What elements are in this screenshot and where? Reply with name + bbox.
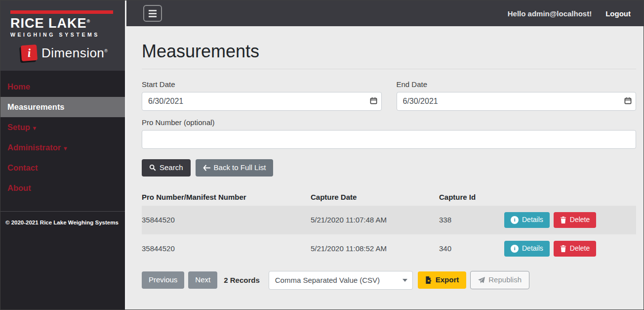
rice-lake-red-bar	[10, 10, 113, 14]
delete-button[interactable]: Delete	[554, 212, 596, 228]
copyright-text: © 2020-2021 Rice Lake Weighing Systems	[0, 211, 125, 233]
caret-down-icon: ▾	[33, 125, 36, 132]
sidebar: RICE LAKE® WEIGHING SYSTEMS i Dimension®…	[0, 0, 125, 310]
calendar-icon	[624, 97, 632, 104]
rice-lake-logo: RICE LAKE®	[10, 17, 115, 30]
sidebar-item-measurements[interactable]: Measurements	[0, 97, 125, 117]
header-capture-id: Capture Id	[439, 193, 503, 201]
idimension-i-icon: i	[21, 44, 38, 61]
cell-pro-number: 35844520	[142, 216, 311, 224]
table-footer-controls: Previous Next 2 Records Comma Separated …	[142, 271, 636, 290]
sidebar-item-contact[interactable]: Contact	[0, 158, 125, 178]
table-header-row: Pro Number/Manifest Number Capture Date …	[142, 188, 636, 206]
sidebar-item-administrator[interactable]: Administrator▾	[0, 137, 125, 158]
rice-lake-wordmark: RICE LAKE	[10, 16, 87, 31]
search-actions: Search Back to Full List	[142, 159, 636, 177]
row-actions: i Details Delete	[503, 212, 636, 228]
cell-pro-number: 35844520	[142, 244, 311, 253]
pro-number-label: Pro Number (optional)	[142, 118, 636, 127]
trash-icon	[560, 245, 566, 252]
start-date-label: Start Date	[142, 80, 382, 89]
end-date-label: End Date	[397, 80, 637, 89]
paper-plane-icon	[478, 277, 485, 284]
search-button[interactable]: Search	[142, 159, 191, 177]
export-format-select-wrap: Comma Separated Value (CSV)	[269, 271, 413, 290]
app-window: RICE LAKE® WEIGHING SYSTEMS i Dimension®…	[0, 0, 644, 310]
page-title: Measurements	[142, 41, 636, 62]
pro-number-group: Pro Number (optional)	[142, 118, 636, 149]
sidebar-item-home[interactable]: Home	[0, 77, 125, 97]
caret-down-icon: ▾	[64, 145, 67, 152]
registered-mark: ®	[87, 19, 91, 24]
topbar-right: Hello admin@localhost! Logout	[508, 9, 631, 18]
idimension-logo: i Dimension®	[10, 45, 115, 61]
date-filter-row: Start Date End Date	[142, 80, 636, 111]
registered-mark: ®	[104, 48, 108, 53]
row-actions: i Details Delete	[503, 241, 636, 257]
table-row: 35844520 5/21/2020 11:08:52 AM 340 i Det…	[142, 234, 636, 263]
sidebar-item-about[interactable]: About	[0, 178, 125, 198]
main-area: Hello admin@localhost! Logout Measuremen…	[125, 0, 644, 310]
menu-toggle-button[interactable]	[143, 5, 162, 22]
end-date-group: End Date	[397, 80, 637, 111]
header-capture-date: Capture Date	[311, 193, 439, 201]
cell-capture-date: 5/21/2020 11:08:52 AM	[311, 244, 439, 253]
measurements-table: Pro Number/Manifest Number Capture Date …	[142, 188, 636, 263]
republish-button[interactable]: Republish	[470, 271, 529, 289]
back-to-full-list-button[interactable]: Back to Full List	[196, 159, 274, 177]
delete-button[interactable]: Delete	[554, 241, 596, 257]
sidebar-nav: Home Measurements Setup▾ Administrator▾ …	[0, 71, 125, 198]
table-row: 35844520 5/21/2020 11:07:48 AM 338 i Det…	[142, 206, 636, 234]
cell-capture-id: 338	[439, 216, 503, 224]
cell-capture-id: 340	[439, 244, 503, 253]
calendar-icon	[370, 97, 377, 104]
file-export-icon	[425, 276, 432, 284]
logo-block: RICE LAKE® WEIGHING SYSTEMS i Dimension®	[0, 0, 125, 71]
start-date-input[interactable]	[142, 92, 382, 111]
details-button[interactable]: i Details	[504, 241, 550, 257]
idimension-wordmark: Dimension®	[41, 45, 108, 61]
next-button[interactable]: Next	[188, 271, 217, 289]
arrow-left-icon	[203, 165, 210, 171]
start-date-group: Start Date	[142, 80, 382, 111]
sidebar-item-setup[interactable]: Setup▾	[0, 117, 125, 137]
header-pro-number: Pro Number/Manifest Number	[142, 193, 311, 201]
end-date-input[interactable]	[397, 92, 637, 111]
info-icon: i	[511, 245, 519, 253]
details-button[interactable]: i Details	[504, 212, 550, 228]
export-button[interactable]: Export	[418, 271, 467, 289]
title-divider	[142, 69, 636, 69]
user-greeting: Hello admin@localhost!	[508, 9, 592, 18]
search-icon	[149, 164, 156, 171]
top-navbar: Hello admin@localhost! Logout	[126, 0, 644, 26]
info-icon: i	[511, 216, 519, 224]
previous-button[interactable]: Previous	[142, 271, 184, 289]
start-date-calendar-button[interactable]	[370, 97, 377, 104]
hamburger-icon	[149, 10, 157, 11]
page-content: Measurements Start Date End Date	[126, 26, 644, 290]
end-date-calendar-button[interactable]	[624, 97, 632, 104]
cell-capture-date: 5/21/2020 11:07:48 AM	[311, 216, 439, 224]
trash-icon	[560, 217, 566, 223]
weighing-systems-wordmark: WEIGHING SYSTEMS	[10, 32, 115, 38]
logout-link[interactable]: Logout	[605, 9, 631, 18]
pro-number-input[interactable]	[142, 130, 636, 149]
export-format-select[interactable]: Comma Separated Value (CSV)	[269, 271, 413, 290]
record-count: 2 Records	[224, 276, 260, 284]
